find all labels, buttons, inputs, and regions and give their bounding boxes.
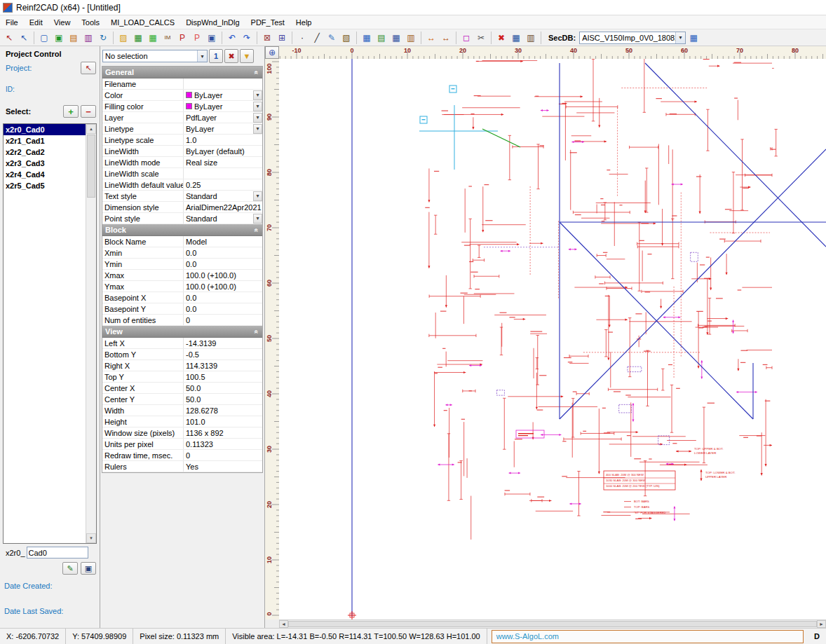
property-value[interactable]: 0.0: [184, 292, 262, 303]
property-value[interactable]: -0.5: [184, 349, 262, 359]
cascade-windows-icon[interactable]: ▣: [52, 31, 66, 45]
name-input[interactable]: [27, 547, 88, 559]
secdb-table-icon[interactable]: ▦: [686, 31, 700, 45]
menu-file[interactable]: File: [0, 17, 24, 28]
table-import-icon[interactable]: ▦: [146, 31, 160, 45]
table-blue-icon[interactable]: ▦: [360, 31, 374, 45]
draw-line-icon[interactable]: ╱: [310, 31, 324, 45]
chevron-down-icon[interactable]: ▾: [253, 214, 262, 224]
property-value[interactable]: 100.0 (+100.0): [184, 281, 262, 292]
list-scrollbar[interactable]: ▲ ▼: [86, 124, 96, 543]
window-icon[interactable]: ▢: [37, 31, 51, 45]
section-header-view[interactable]: View«: [102, 326, 262, 338]
property-value[interactable]: 101.0: [184, 416, 262, 427]
chevron-down-icon[interactable]: ▾: [253, 191, 262, 201]
collapse-icon[interactable]: «: [253, 228, 261, 232]
property-value[interactable]: Standard▾: [184, 213, 262, 224]
pdf-export-icon[interactable]: P: [190, 31, 204, 45]
menu-tools[interactable]: Tools: [76, 17, 105, 28]
single-item-button[interactable]: 1: [209, 49, 223, 63]
menu-dispwnd_indlg[interactable]: DispWnd_InDlg: [180, 17, 245, 28]
property-value[interactable]: Real size: [184, 157, 262, 167]
scroll-down-icon[interactable]: ▼: [86, 533, 96, 543]
property-value[interactable]: Model: [184, 236, 262, 247]
property-value[interactable]: 100.5: [184, 371, 262, 382]
display-window-icon[interactable]: ▥: [81, 31, 95, 45]
layers-icon[interactable]: ▥: [524, 31, 538, 45]
table-export-icon[interactable]: ▥: [404, 31, 418, 45]
undo-icon[interactable]: ↶: [225, 31, 239, 45]
property-value[interactable]: 0.0: [184, 247, 262, 258]
dim-linear-icon[interactable]: ↔: [424, 31, 438, 45]
list-item[interactable]: x2r4_Cad4: [4, 169, 86, 180]
section-header-block[interactable]: Block«: [102, 224, 262, 236]
chevron-down-icon[interactable]: ▾: [253, 113, 262, 123]
select-entity-icon[interactable]: ↖: [17, 31, 31, 45]
property-value[interactable]: ByLayer (default): [184, 146, 262, 156]
menu-edit[interactable]: Edit: [24, 17, 48, 28]
property-value[interactable]: 0.11323: [184, 439, 262, 449]
property-value[interactable]: 0.0: [184, 259, 262, 269]
add-item-button[interactable]: +: [63, 105, 79, 118]
save-icon[interactable]: ▣: [205, 31, 219, 45]
property-value[interactable]: 100.0 (+100.0): [184, 270, 262, 280]
filter-button[interactable]: ▼: [240, 49, 254, 63]
clear-selection-button[interactable]: ✖: [224, 49, 238, 63]
property-value[interactable]: 50.0: [184, 394, 262, 404]
cut-icon[interactable]: ✂: [474, 31, 488, 45]
point-icon[interactable]: ·: [295, 31, 309, 45]
drawing-canvas[interactable]: TOP: UPPER & BOT.LOWER LAYERTOP: LOWER &…: [279, 59, 826, 619]
property-value[interactable]: 114.3139: [184, 360, 262, 371]
zoom-window-icon[interactable]: ◻: [459, 31, 473, 45]
website-link[interactable]: www.S-AlgoL.com: [492, 630, 804, 643]
scroll-left-icon[interactable]: ◄: [279, 620, 288, 628]
list-item[interactable]: x2r2_Cad2: [4, 146, 86, 158]
delete-icon[interactable]: ✖: [494, 31, 508, 45]
list-item[interactable]: x2r1_Cad1: [4, 135, 86, 146]
property-value[interactable]: ByLayer▾: [184, 90, 262, 100]
menu-pdf_test[interactable]: PDF_Test: [245, 17, 290, 28]
property-value[interactable]: 0: [184, 450, 262, 460]
grid-icon[interactable]: ▦: [509, 31, 523, 45]
chevron-down-icon[interactable]: ▾: [253, 102, 262, 111]
property-value[interactable]: ByLayer▾: [184, 123, 262, 134]
selection-combobox[interactable]: No selection ▾: [102, 50, 208, 62]
polyline-icon[interactable]: ✎: [325, 31, 339, 45]
dim-style-icon[interactable]: ↔: [439, 31, 453, 45]
list-item[interactable]: x2r5_Cad5: [4, 180, 86, 191]
property-value[interactable]: ByLayer▾: [184, 101, 262, 111]
property-value[interactable]: 0.25: [184, 179, 262, 190]
scrollbar-thumb[interactable]: [87, 135, 95, 198]
property-value[interactable]: PdfLayer▾: [184, 112, 262, 123]
property-value[interactable]: 50.0: [184, 383, 262, 393]
redo-icon[interactable]: ↷: [240, 31, 254, 45]
section-header-general[interactable]: General«: [102, 67, 262, 78]
property-value[interactable]: -14.3139: [184, 338, 262, 348]
apply-name-button[interactable]: ✎: [62, 562, 78, 575]
property-value[interactable]: 1136 x 892: [184, 427, 262, 438]
select-icon[interactable]: ↖: [2, 31, 16, 45]
property-value[interactable]: [184, 78, 262, 89]
table-sheet-icon[interactable]: ▤: [374, 31, 388, 45]
menu-help[interactable]: Help: [290, 17, 318, 28]
list-item[interactable]: x2r0_Cad0: [4, 124, 86, 135]
property-value[interactable]: Standard▾: [184, 191, 262, 201]
scroll-right-icon[interactable]: ►: [817, 620, 826, 628]
property-value[interactable]: 1.0: [184, 135, 262, 145]
property-value[interactable]: Yes: [184, 461, 262, 472]
chevron-down-icon[interactable]: ▾: [253, 90, 262, 100]
collapse-icon[interactable]: «: [253, 70, 261, 74]
pdf-icon[interactable]: P: [175, 31, 189, 45]
scrollbar-thumb[interactable]: [288, 621, 817, 627]
property-value[interactable]: 0.0: [184, 303, 262, 314]
menu-mi_load_calcs[interactable]: MI_LOAD_CALCS: [105, 17, 180, 28]
list-item[interactable]: x2r3_Cad3: [4, 158, 86, 169]
property-value[interactable]: [184, 168, 262, 179]
open-folder-icon[interactable]: ▨: [116, 31, 130, 45]
property-value[interactable]: ArialDimen22Apr2021▾: [184, 202, 262, 212]
remove-item-button[interactable]: −: [81, 105, 96, 118]
property-value[interactable]: 128.6278: [184, 405, 262, 416]
refresh-icon[interactable]: ↻: [96, 31, 110, 45]
horizontal-scrollbar[interactable]: ◄ ►: [279, 619, 826, 628]
paste-icon[interactable]: ▧: [339, 31, 353, 45]
